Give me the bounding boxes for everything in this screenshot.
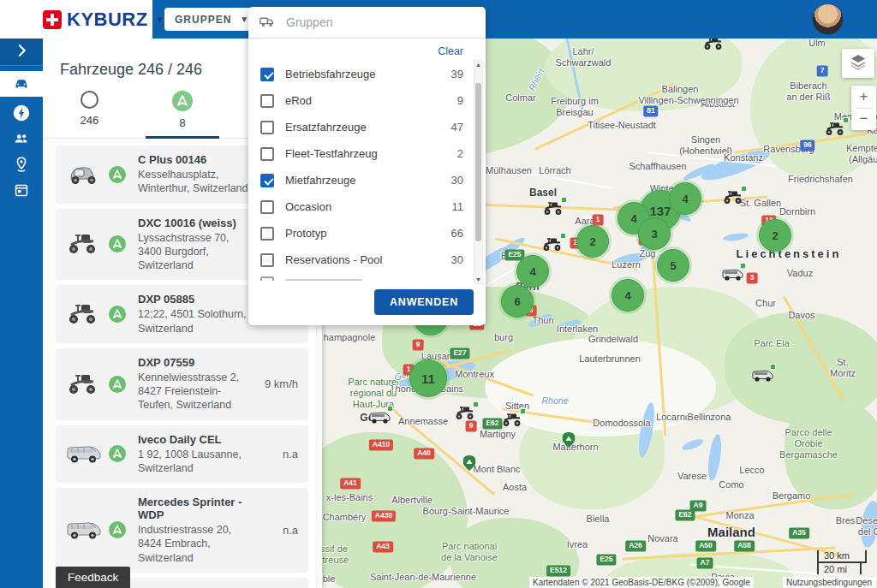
sidebar-item-locations[interactable] [0,153,43,179]
scroll-up-arrow[interactable]: ▲ [474,62,482,68]
tab-count: 246 [80,114,98,130]
tab-driving-vehicles[interactable]: 8 [136,91,230,133]
group-row[interactable]: Fleet-Testfahrzeug2 [248,140,486,167]
map-cluster[interactable]: 11 [409,359,447,397]
scroll-down-arrow[interactable]: ▼ [474,276,482,282]
feedback-button[interactable]: Feedback [56,567,130,588]
group-label: Mietfahrzeuge [285,174,451,187]
map-zoom-control: + − [851,86,876,130]
navigation-triangle-icon [172,91,193,111]
vehicle-name: DXP 07559 [138,356,252,369]
group-count: 39 [451,68,463,80]
group-options-list: Betriebsfahrzeuge39eRod9Ersatzfahrzeuge4… [248,59,486,273]
gruppen-button-label: GRUPPEN [175,14,231,26]
sidebar-item-calendar[interactable] [0,179,43,205]
chevron-right-icon [12,41,31,63]
map-cluster[interactable]: 4 [612,279,644,312]
vehicle-address: Kennelwiesstrasse 2, 8427 Freienstein-Te… [138,371,252,413]
checkbox-checked[interactable] [260,174,274,187]
map-cluster[interactable]: 4 [669,182,701,215]
checkbox-unchecked[interactable] [260,94,274,108]
map-cluster[interactable]: 5 [657,249,689,282]
vehicle-card[interactable]: Iveco Daily CEL1 92, 1008 Lausanne, Swit… [56,425,308,484]
vehicle-type-icon-scooter [63,300,107,329]
group-label: Prototyp [285,227,451,240]
vehicle-name: Iveco Daily CEL [138,433,252,446]
group-count: 47 [451,121,463,134]
vehicle-speed: n.a [252,524,300,537]
tab-count: 8 [179,116,185,133]
checkbox-unchecked[interactable] [260,227,274,241]
checkbox-unchecked[interactable] [260,200,274,214]
brand-logo[interactable]: KYBURZ ▼ [0,0,152,39]
status-driving-icon [109,166,126,183]
attribution-text: Kartendaten © 2021 GeoBasis-DE/BKG (©200… [529,577,754,588]
map-cluster[interactable]: 4 [516,255,549,288]
dropdown-scrollbar[interactable]: ▲ ▼ [474,60,483,284]
group-label: Fleet-Testfahrzeug [285,147,457,160]
layers-icon [848,51,868,75]
zoom-in-button[interactable]: + [851,86,876,108]
users-icon [12,129,31,151]
vehicle-speed: n.a [252,448,300,460]
groups-search-input[interactable] [284,15,475,30]
vehicle-address: Lyssachstrasse 70, 3400 Burgdorf, Switze… [138,231,252,273]
map-layers-button[interactable] [842,49,874,78]
brand-name: KYBURZ [67,9,148,31]
groups-filter-dropdown: Clear Betriebsfahrzeuge39eRod9Ersatzfahr… [248,7,486,325]
vehicle-card[interactable]: Mercedes Sprinter - WDPIndustriestrasse … [56,488,308,573]
group-row[interactable]: Reservations - Pool30 [248,246,486,273]
group-row[interactable]: Mietfahrzeuge30 [248,167,486,193]
group-label: Betriebsfahrzeuge [285,68,451,80]
vehicle-type-icon-van [63,439,107,468]
zoom-out-button[interactable]: − [851,109,876,131]
group-row[interactable]: Betriebsfahrzeuge39 [248,61,486,87]
location-pin-icon [12,155,31,177]
vehicle-speed: 9 km/h [252,377,300,390]
checkbox [260,276,274,281]
user-avatar[interactable] [812,3,844,35]
chevron-down-icon: ▼ [155,14,165,26]
vehicle-name: DXP 05885 [138,293,252,306]
checkbox-unchecked[interactable] [260,121,274,134]
clear-filters-link[interactable]: Clear [248,39,486,59]
checkbox-checked[interactable] [260,68,274,81]
scrollbar-thumb[interactable] [475,83,481,241]
clipped-group-row[interactable] [248,273,486,281]
group-row[interactable]: Occasion11 [248,193,486,220]
circle-outline-icon [81,91,98,109]
vehicle-address: 12;22, 4501 Solothurn, Switzerland [138,307,252,336]
group-row[interactable]: Ersatzfahrzeuge47 [248,114,486,140]
sidebar-item-users[interactable] [0,128,43,153]
checkbox-unchecked[interactable] [260,147,274,161]
map-cluster[interactable]: 2 [576,225,609,258]
gruppen-dropdown-button[interactable]: GRUPPEN ▼ [164,8,260,31]
vehicle-address: Kesselhausplatz, Winterthur, Switzerland [138,168,252,196]
map-cluster[interactable]: 3 [638,217,671,250]
group-count: 30 [451,174,463,187]
status-driving-icon [109,521,126,538]
sidebar-item-vehicles[interactable] [0,71,43,97]
vehicle-type-icon-scooter [63,370,107,399]
sidebar-item-energy[interactable] [0,102,43,128]
vehicle-name: C Plus 00146 [138,153,252,166]
vehicle-type-icon-scooter [63,229,107,258]
vehicle-address: Industriestrasse 20, 8424 Embrach, Switz… [138,523,252,565]
group-row[interactable]: Prototyp66 [248,220,486,246]
vehicle-card[interactable]: DXP 07559Kennelwiesstrasse 2, 8427 Freie… [56,348,308,420]
group-count: 30 [451,253,463,266]
group-count: 11 [452,200,464,213]
map-cluster[interactable]: 6 [501,285,534,318]
terms-link[interactable]: Nutzungsbedingungen [783,577,875,588]
group-label: Reservations - Pool [285,253,451,266]
apply-button[interactable]: ANWENDEN [374,289,474,315]
sidebar-expand-button[interactable] [0,39,43,66]
map-cluster[interactable]: 2 [759,219,791,252]
status-driving-icon [109,306,126,323]
scale-mi: 20 mi [817,563,862,574]
tab-all-vehicles[interactable]: 246 [43,91,136,133]
group-row[interactable]: eRod9 [248,87,486,114]
lightning-bolt-icon [12,104,31,126]
checkbox-unchecked[interactable] [260,253,274,267]
status-driving-icon [109,445,126,462]
